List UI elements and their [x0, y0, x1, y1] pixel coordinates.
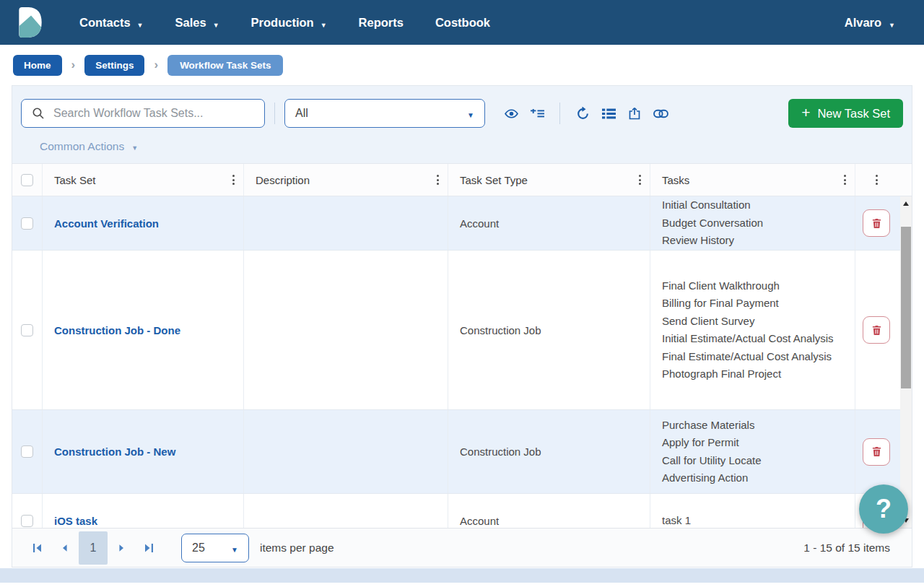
page-number-current[interactable]: 1	[79, 531, 108, 565]
chevron-right-icon	[71, 58, 76, 72]
chevron-right-icon	[154, 58, 158, 72]
header-select-all	[12, 164, 43, 196]
task-set-link[interactable]: Construction Job - Done	[54, 324, 180, 336]
row-select-cell	[12, 494, 43, 528]
task-line: Final Estimate/Actual Cost Analysis	[662, 348, 832, 366]
last-page-button[interactable]	[135, 531, 162, 565]
breadcrumb-settings[interactable]: Settings	[84, 55, 144, 76]
eye-icon[interactable]	[498, 100, 524, 126]
page-size-value: 25	[192, 542, 205, 555]
nav-item-contacts[interactable]: Contacts	[79, 16, 144, 30]
column-menu-icon[interactable]	[871, 170, 882, 189]
task-line: Initial Estimate/Actual Cost Analysis	[662, 330, 834, 348]
task-line: Billing for Final Payment	[662, 295, 779, 313]
chevron-down-icon	[321, 16, 327, 30]
column-menu-icon[interactable]	[228, 170, 239, 189]
select-all-checkbox[interactable]	[21, 174, 33, 186]
delete-button[interactable]	[863, 209, 890, 237]
table-body: Account Verification Account Initial Con…	[12, 196, 912, 528]
column-header-description: Description	[244, 164, 448, 196]
link-icon[interactable]	[648, 100, 674, 126]
task-line: Call for Utility Locate	[662, 452, 762, 470]
task-set-cell: Account Verification	[43, 196, 244, 250]
type-text: Construction Job	[460, 324, 541, 336]
chevron-down-icon	[467, 107, 474, 120]
nav-item-costbook[interactable]: Costbook	[435, 16, 490, 30]
task-set-link[interactable]: iOS task	[54, 515, 97, 527]
first-page-button[interactable]	[24, 531, 51, 565]
grid-toolbar: All + New Task S	[12, 86, 912, 163]
top-nav: Contacts Sales Production Reports Costbo…	[0, 0, 924, 45]
company-logo-icon[interactable]	[17, 6, 43, 39]
breadcrumb-home[interactable]: Home	[13, 55, 62, 76]
refresh-icon[interactable]	[570, 100, 596, 126]
row-checkbox[interactable]	[21, 515, 33, 527]
column-menu-icon[interactable]	[840, 170, 850, 189]
plus-icon: +	[801, 104, 810, 121]
task-line: Purchase Materials	[662, 417, 754, 435]
breadcrumb-workflow-task-sets[interactable]: Workflow Task Sets	[167, 55, 283, 76]
delete-button[interactable]	[863, 316, 890, 344]
column-label: Description	[256, 174, 432, 186]
description-cell	[244, 494, 448, 528]
column-menu-icon[interactable]	[432, 170, 443, 189]
nav-label: Sales	[175, 16, 206, 30]
divider	[274, 103, 275, 124]
search-icon	[32, 107, 45, 120]
nav-label: Reports	[359, 16, 404, 30]
table-row: Account Verification Account Initial Con…	[12, 196, 912, 251]
user-menu[interactable]: Alvaro	[845, 16, 895, 30]
row-checkbox[interactable]	[21, 324, 33, 336]
table-row: Construction Job - Done Construction Job…	[12, 251, 912, 410]
task-set-cell: Construction Job - New	[43, 410, 244, 493]
nav-item-production[interactable]: Production	[251, 16, 327, 30]
chevron-down-icon	[231, 542, 238, 555]
type-text: Account	[460, 515, 499, 527]
task-set-type-filter[interactable]: All	[284, 99, 485, 128]
new-task-set-label: New Task Set	[817, 107, 890, 121]
task-set-cell: iOS task	[43, 494, 244, 528]
previous-page-button[interactable]	[51, 531, 79, 565]
description-cell	[244, 410, 448, 493]
task-set-link[interactable]: Account Verification	[54, 217, 159, 230]
nav-item-reports[interactable]: Reports	[359, 16, 404, 30]
list-icon[interactable]	[596, 100, 622, 126]
column-label: Tasks	[662, 174, 840, 186]
row-select-cell	[12, 410, 43, 493]
filter-value: All	[295, 107, 308, 120]
task-line: Advertising Action	[662, 469, 748, 487]
next-page-button[interactable]	[108, 531, 135, 565]
task-line: Review History	[662, 232, 734, 250]
description-cell	[244, 251, 448, 409]
scroll-up-icon[interactable]	[900, 196, 912, 211]
column-menu-icon[interactable]	[635, 170, 645, 189]
column-header-tasks: Tasks	[650, 164, 855, 196]
actions-cell	[855, 410, 897, 493]
row-checkbox[interactable]	[21, 445, 33, 458]
task-set-link[interactable]: Construction Job - New	[54, 445, 175, 458]
user-name: Alvaro	[845, 16, 881, 30]
page-size-select[interactable]: 25	[181, 534, 249, 562]
delete-button[interactable]	[863, 438, 890, 466]
table-row: Construction Job - New Construction Job …	[12, 410, 912, 494]
scrollbar-thumb[interactable]	[901, 227, 911, 388]
task-set-type-cell: Construction Job	[448, 251, 650, 409]
bottom-strip	[0, 568, 924, 583]
common-actions-dropdown[interactable]: Common Actions	[21, 129, 903, 163]
new-task-set-button[interactable]: + New Task Set	[788, 99, 903, 128]
help-button[interactable]: ?	[859, 484, 908, 534]
chevron-down-icon	[137, 16, 144, 30]
row-select-cell	[12, 251, 43, 409]
task-set-type-cell: Account	[448, 196, 650, 250]
chevron-down-icon	[889, 16, 895, 30]
column-label: Task Set Type	[460, 174, 635, 186]
main-menu: Contacts Sales Production Reports Costbo…	[79, 16, 490, 30]
items-range-label: 1 - 15 of 15 items	[803, 542, 890, 555]
task-set-type-cell: Account	[448, 494, 650, 528]
export-icon[interactable]	[622, 100, 648, 126]
add-column-icon[interactable]	[524, 100, 550, 126]
nav-label: Contacts	[79, 16, 131, 30]
search-input[interactable]	[53, 107, 256, 120]
nav-item-sales[interactable]: Sales	[175, 16, 219, 30]
row-checkbox[interactable]	[21, 217, 33, 230]
